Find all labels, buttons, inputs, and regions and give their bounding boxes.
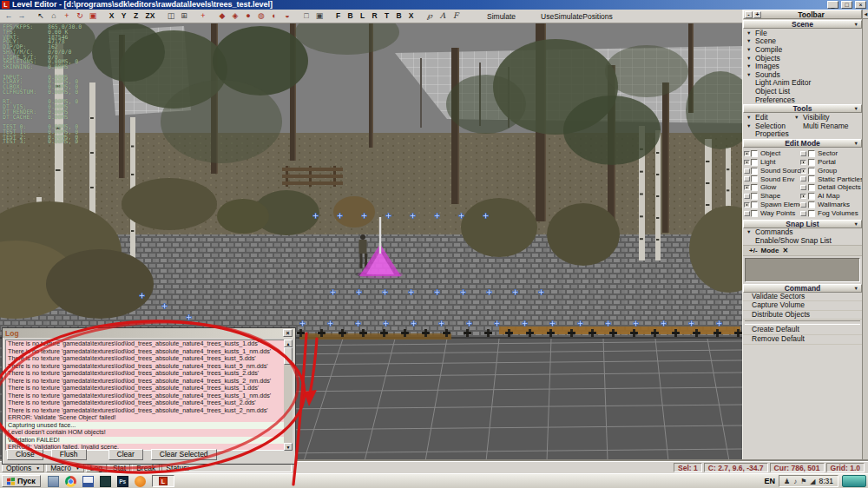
- panel-item-images[interactable]: ▼Images: [743, 62, 862, 70]
- move-icon[interactable]: +: [61, 10, 73, 22]
- nav-forward-icon[interactable]: →: [16, 10, 28, 22]
- dock-collapse-button[interactable]: -: [745, 11, 753, 18]
- panel-item-sounds[interactable]: ▼Sounds: [743, 70, 862, 79]
- checkbox-sector[interactable]: [808, 150, 815, 157]
- checkbox-glow[interactable]: [751, 184, 758, 191]
- visibility-toggle-ai-map[interactable]: [800, 194, 806, 199]
- select-cursor-icon[interactable]: ↖: [35, 10, 47, 22]
- visibility-toggle-sound-env[interactable]: [744, 176, 750, 181]
- curve-tool-icon[interactable]: ◒: [281, 10, 293, 22]
- panel-item-objects[interactable]: ▼Objects: [743, 54, 862, 63]
- panel-item-properties[interactable]: Properties: [743, 130, 791, 139]
- frame-solid-icon[interactable]: ▣: [313, 10, 326, 22]
- axis-x-button[interactable]: X: [106, 10, 117, 22]
- photoshop-icon[interactable]: Ps: [117, 476, 128, 487]
- close-button[interactable]: Close: [7, 449, 43, 460]
- show-desktop-button[interactable]: [842, 475, 866, 487]
- flush-button[interactable]: Flush: [51, 449, 87, 460]
- user-tray-icon[interactable]: ♟: [784, 478, 790, 485]
- snap-mode-button[interactable]: Mode: [761, 247, 779, 254]
- explorer-icon[interactable]: [48, 476, 59, 487]
- visibility-toggle-object[interactable]: [744, 151, 750, 156]
- log-scrollbar[interactable]: ▲ ▼: [284, 340, 293, 451]
- add-object-icon[interactable]: +: [197, 10, 209, 22]
- checkbox-group[interactable]: [808, 168, 815, 175]
- visibility-toggle-wallmarks[interactable]: [800, 202, 806, 208]
- dock-expand-button[interactable]: +: [753, 11, 761, 18]
- visibility-toggle-portal[interactable]: [800, 160, 806, 165]
- command-remove-default[interactable]: Remove Default: [743, 335, 862, 345]
- checkbox-static-particles[interactable]: [808, 175, 815, 182]
- snap-list-box[interactable]: [745, 258, 860, 282]
- frame-icon[interactable]: □: [300, 10, 312, 22]
- panel-item-selection[interactable]: ▼Selection: [743, 122, 791, 130]
- visibility-toggle-glow[interactable]: [744, 185, 750, 190]
- floppy-icon[interactable]: [82, 476, 94, 487]
- view-top-button[interactable]: T: [381, 10, 392, 22]
- section-header-tools[interactable]: Tools ▼: [743, 104, 862, 113]
- visibility-toggle-light[interactable]: [744, 160, 750, 165]
- language-indicator[interactable]: EN: [764, 477, 775, 485]
- minimize-button[interactable]: _: [827, 1, 838, 9]
- checkbox-light[interactable]: [751, 159, 758, 166]
- scroll-up-icon[interactable]: ▲: [284, 340, 293, 347]
- checkbox-shape[interactable]: [751, 193, 758, 200]
- view-bottom-button[interactable]: B: [393, 10, 404, 22]
- scroll-down-icon[interactable]: ▼: [284, 443, 293, 451]
- view-front-button[interactable]: F: [332, 10, 344, 22]
- snap-commands-item[interactable]: ▼ Commands: [743, 228, 862, 237]
- axis-y-button[interactable]: Y: [118, 10, 129, 22]
- axis-z-button[interactable]: Z: [130, 10, 141, 22]
- panel-item-edit[interactable]: ▼Edit: [743, 113, 791, 122]
- volume-tray-icon[interactable]: ♪: [793, 478, 797, 485]
- panel-item-visibility[interactable]: ▼Visibility: [791, 113, 862, 122]
- snap-add-remove-button[interactable]: +/-: [749, 247, 758, 254]
- use-simulate-positions-button[interactable]: UseSimulatePositions: [541, 12, 613, 21]
- panel-item-scene[interactable]: ▼Scene: [743, 37, 862, 46]
- visibility-toggle-static-particles[interactable]: [800, 176, 806, 181]
- close-button[interactable]: ×: [855, 1, 866, 9]
- log-titlebar[interactable]: Log ×: [3, 328, 295, 338]
- checkbox-way-points[interactable]: [751, 210, 758, 217]
- scrollbar-thumb[interactable]: [284, 347, 293, 365]
- simulate-button[interactable]: Simulate: [487, 12, 516, 21]
- snap-tool-icon[interactable]: ●: [242, 10, 254, 22]
- checkbox-ai-map[interactable]: [808, 193, 815, 200]
- visibility-toggle-group[interactable]: [800, 168, 806, 174]
- checkbox-wallmarks[interactable]: [808, 201, 815, 208]
- level-editor-task-button[interactable]: L: [152, 475, 174, 487]
- view-axon-button[interactable]: X: [405, 10, 417, 22]
- clear-button[interactable]: Clear: [108, 449, 143, 460]
- fill-tool-icon[interactable]: ◈: [229, 10, 241, 22]
- view-right-button[interactable]: R: [369, 10, 380, 22]
- checkbox-spawn-element[interactable]: [751, 201, 758, 208]
- panel-item-compile[interactable]: ▼Compile: [743, 45, 862, 54]
- checkbox-portal[interactable]: [808, 159, 815, 166]
- panel-item-multi-rename[interactable]: Multi Rename: [791, 122, 862, 130]
- section-header-snap-list[interactable]: Snap List ▼: [743, 220, 862, 228]
- mirror-icon[interactable]: ◫: [165, 10, 177, 22]
- attach-icon[interactable]: ⊞: [178, 10, 190, 22]
- checkbox-sound-env[interactable]: [751, 175, 758, 182]
- command-distribute-objects[interactable]: Distribute Objects: [743, 311, 862, 320]
- spray-tool-icon[interactable]: ◐: [268, 10, 280, 22]
- media-app-icon[interactable]: [100, 476, 111, 487]
- flag-tray-icon[interactable]: ⚑: [800, 478, 806, 485]
- visibility-toggle-shape[interactable]: [744, 194, 750, 199]
- start-button[interactable]: Пуск: [2, 475, 41, 487]
- rotate-icon[interactable]: ↻: [74, 10, 86, 22]
- visibility-toggle-way-points[interactable]: [744, 211, 750, 216]
- chrome-icon[interactable]: [65, 476, 76, 487]
- section-header-command[interactable]: Command ▼: [743, 284, 862, 293]
- log-close-icon[interactable]: ×: [283, 329, 293, 337]
- nav-back-icon[interactable]: ←: [3, 10, 15, 22]
- font-a-icon[interactable]: A: [437, 10, 449, 22]
- checkbox-detail-objects[interactable]: [808, 184, 815, 191]
- checkbox-object[interactable]: [751, 150, 758, 157]
- enable-show-snap-list-item[interactable]: Enable/Show Snap List: [743, 236, 862, 245]
- section-header-edit-mode[interactable]: Edit Mode ▼: [743, 139, 862, 148]
- panel-item-file[interactable]: ▼File: [743, 29, 862, 37]
- orange-app-icon[interactable]: [135, 476, 146, 487]
- panel-item-object-list[interactable]: Object List: [743, 87, 862, 96]
- scale-icon[interactable]: ▣: [87, 10, 99, 22]
